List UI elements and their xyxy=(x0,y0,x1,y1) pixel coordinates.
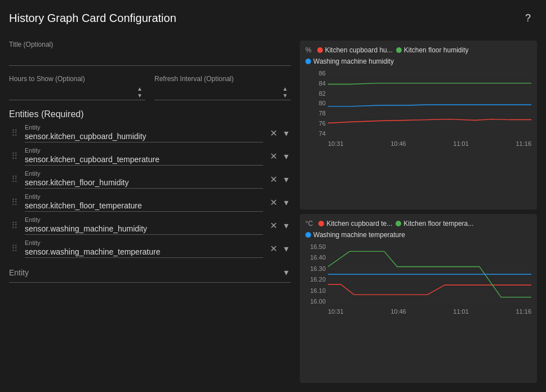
chart-unit: °C xyxy=(305,220,313,228)
charts-panel: % Kitchen cupboard hu... Kitchen floor h… xyxy=(300,41,537,383)
chart-area: 10:3110:4611:0111:16 xyxy=(328,243,531,315)
refresh-input[interactable]: 0 xyxy=(154,85,279,100)
hours-up-button[interactable]: ▲ xyxy=(134,86,145,92)
legend-label: Kitchen floor tempera... xyxy=(403,220,473,228)
entity-label: Entity xyxy=(25,147,263,154)
add-entity-row[interactable]: Entity ▾ xyxy=(9,262,291,283)
entity-value: sensor.kitchen_cupboard_temperature xyxy=(25,154,263,165)
entity-clear-button[interactable]: ✕ xyxy=(268,218,279,233)
legend-label: Washing machine humidity xyxy=(313,57,394,65)
entity-row: ⠿ Entity sensor.kitchen_cupboard_humidit… xyxy=(9,124,291,142)
entity-label: Entity xyxy=(25,239,263,246)
y-axis-label: 16.50 xyxy=(305,243,326,250)
y-axis: 16.5016.4016.3016.2016.1016.00 xyxy=(305,243,326,315)
chart-area: 10:3110:4611:0111:16 xyxy=(328,70,531,147)
y-axis-label: 78 xyxy=(305,110,326,117)
entity-label: Entity xyxy=(25,216,263,223)
x-axis-label: 11:01 xyxy=(453,140,469,147)
entity-row: ⠿ Entity sensor.washing_machine_temperat… xyxy=(9,239,291,258)
refresh-up-button[interactable]: ▲ xyxy=(279,86,291,92)
drag-handle[interactable]: ⠿ xyxy=(9,195,20,210)
drag-handle[interactable]: ⠿ xyxy=(9,241,20,256)
y-axis-label: 86 xyxy=(305,70,326,77)
chart-unit: % xyxy=(305,46,312,54)
chart-header: °C Kitchen cupboard te... Kitchen floor … xyxy=(305,220,531,239)
legend-dot xyxy=(396,47,402,53)
hours-input[interactable]: 1 xyxy=(9,85,134,100)
chart-0: % Kitchen cupboard hu... Kitchen floor h… xyxy=(300,41,537,210)
legend-item: Washing machine temperature xyxy=(305,231,405,239)
drag-handle[interactable]: ⠿ xyxy=(9,218,20,233)
legend-label: Washing machine temperature xyxy=(313,231,405,239)
x-axis-label: 11:16 xyxy=(516,308,531,315)
x-axis-label: 11:01 xyxy=(453,308,469,315)
entity-label: Entity xyxy=(25,124,263,131)
entity-value: sensor.kitchen_floor_humidity xyxy=(25,177,263,188)
entity-dropdown-button[interactable]: ▾ xyxy=(282,218,291,233)
legend-dot xyxy=(317,47,323,53)
legend-dot xyxy=(396,221,401,226)
refresh-down-button[interactable]: ▼ xyxy=(279,92,291,99)
drag-handle[interactable]: ⠿ xyxy=(9,126,20,141)
entity-label: Entity xyxy=(25,170,263,177)
legend-item: Kitchen floor humidity xyxy=(396,46,469,54)
x-axis-label: 10:31 xyxy=(328,140,344,147)
legend-label: Kitchen cupboard te... xyxy=(326,220,392,228)
legend-item: Washing machine humidity xyxy=(305,57,394,65)
y-axis-label: 80 xyxy=(305,100,326,106)
title-input[interactable] xyxy=(9,51,291,66)
title-label: Title (Optional) xyxy=(9,41,291,48)
chart-body: 86848280787674 10:3110:4611:0111:16 xyxy=(305,70,531,147)
x-axis: 10:3110:4611:0111:16 xyxy=(328,140,531,147)
entity-clear-button[interactable]: ✕ xyxy=(268,241,279,256)
y-axis-label: 16.00 xyxy=(305,298,326,305)
x-axis: 10:3110:4611:0111:16 xyxy=(328,308,531,315)
y-axis: 86848280787674 xyxy=(305,70,326,147)
entity-clear-button[interactable]: ✕ xyxy=(268,126,279,141)
entity-dropdown-button[interactable]: ▾ xyxy=(282,126,291,141)
y-axis-label: 16.20 xyxy=(305,276,326,283)
y-axis-label: 76 xyxy=(305,120,326,127)
legend-label: Kitchen floor humidity xyxy=(404,46,469,54)
x-axis-label: 10:46 xyxy=(390,308,406,315)
x-axis-label: 10:46 xyxy=(390,140,406,147)
drag-handle[interactable]: ⠿ xyxy=(9,149,20,164)
legend-item: Kitchen cupboard hu... xyxy=(317,46,393,54)
entity-value: sensor.kitchen_cupboard_humidity xyxy=(25,131,263,142)
entity-dropdown-button[interactable]: ▾ xyxy=(282,195,291,210)
y-axis-label: 16.30 xyxy=(305,265,326,272)
entity-clear-button[interactable]: ✕ xyxy=(268,172,279,187)
entity-clear-button[interactable]: ✕ xyxy=(268,195,279,210)
add-entity-dropdown-icon: ▾ xyxy=(282,265,291,280)
legend-dot xyxy=(318,221,324,226)
refresh-label: Refresh Interval (Optional) xyxy=(154,75,291,83)
hours-down-button[interactable]: ▼ xyxy=(134,92,145,99)
entity-value: sensor.kitchen_floor_temperature xyxy=(25,200,263,211)
legend-label: Kitchen cupboard hu... xyxy=(325,46,393,54)
add-entity-select[interactable]: Entity xyxy=(9,268,282,277)
chart-header: % Kitchen cupboard hu... Kitchen floor h… xyxy=(305,46,531,65)
chart-svg xyxy=(328,70,531,137)
entities-section-title: Entities (Required) xyxy=(9,109,291,119)
legend-dot xyxy=(305,232,311,238)
chart-body: 16.5016.4016.3016.2016.1016.00 10:3110:4… xyxy=(305,243,531,315)
hours-label: Hours to Show (Optional) xyxy=(9,75,145,83)
chart-svg xyxy=(328,243,531,305)
entity-row: ⠿ Entity sensor.kitchen_floor_temperatur… xyxy=(9,193,291,212)
entity-label: Entity xyxy=(25,193,263,200)
entity-row: ⠿ Entity sensor.kitchen_floor_humidity ✕… xyxy=(9,170,291,189)
chart-1: °C Kitchen cupboard te... Kitchen floor … xyxy=(300,214,537,383)
entity-dropdown-button[interactable]: ▾ xyxy=(282,172,291,187)
entity-dropdown-button[interactable]: ▾ xyxy=(282,241,291,256)
x-axis-label: 11:16 xyxy=(516,140,531,147)
y-axis-label: 74 xyxy=(305,130,326,137)
drag-handle[interactable]: ⠿ xyxy=(9,172,20,187)
y-axis-label: 84 xyxy=(305,80,326,87)
entity-clear-button[interactable]: ✕ xyxy=(268,149,279,164)
x-axis-label: 10:31 xyxy=(328,308,344,315)
dialog-title: History Graph Card Configuration xyxy=(9,12,176,25)
entity-dropdown-button[interactable]: ▾ xyxy=(282,149,291,164)
help-button[interactable]: ? xyxy=(519,9,537,27)
entity-value: sensor.washing_machine_humidity xyxy=(25,223,263,234)
entity-row: ⠿ Entity sensor.kitchen_cupboard_tempera… xyxy=(9,147,291,166)
